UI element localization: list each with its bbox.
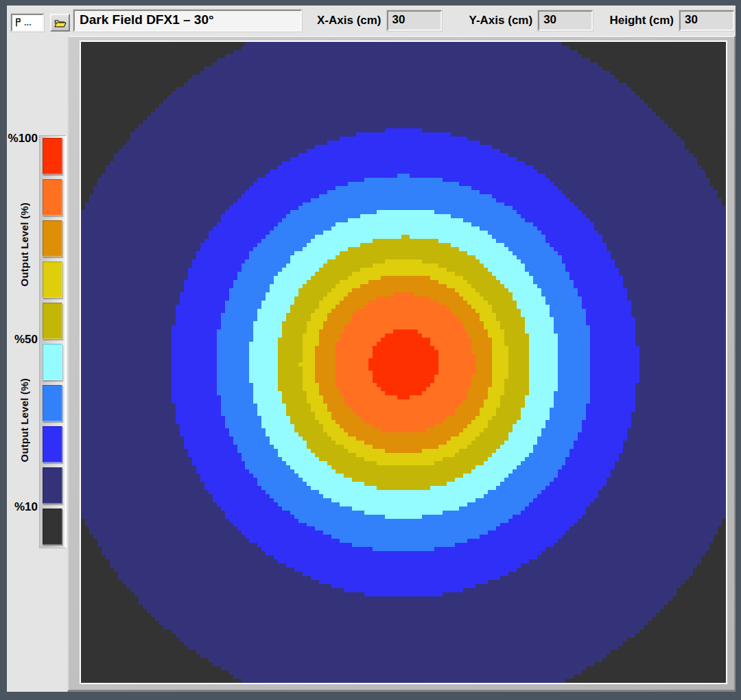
intensity-plot [80,40,727,684]
path-dots: ... [24,19,32,26]
legend-swatch [43,385,62,421]
open-folder-icon [54,18,67,28]
scale-label-50: %50 [7,333,38,347]
x-axis-field-group: X-Axis (cm) [317,10,442,31]
legend-swatch [43,220,62,257]
output-level-axis-label-lower: Output Level (%) [19,378,30,462]
x-axis-label: X-Axis (cm) [317,10,381,31]
toolbar: ... X-Axis (cm) Y-Axis (cm) Height (cm) [7,5,736,36]
scale-label-10: %10 [7,500,38,514]
labview-front-panel-window: ... X-Axis (cm) Y-Axis (cm) Height (cm) [0,0,741,700]
y-axis-input[interactable] [538,10,593,31]
legend-color-scale [39,135,67,548]
legend-swatch [43,179,62,215]
legend-swatch [43,303,62,339]
legend-swatch [43,261,62,298]
y-axis-label: Y-Axis (cm) [469,10,533,31]
y-axis-field-group: Y-Axis (cm) [469,10,593,31]
output-level-legend: %100 %50 %10 Output Level (%) Output Lev… [7,36,67,692]
file-path-control[interactable]: ... [11,14,44,32]
scale-label-100: %100 [7,132,38,145]
legend-swatch [43,509,62,545]
legend-swatch [43,467,62,504]
output-level-axis-label-upper: Output Level (%) [19,202,30,286]
plot-panel [67,36,736,692]
intensity-plot-canvas [81,42,726,683]
height-field-group: Height (cm) [610,10,735,31]
panel-content: ... X-Axis (cm) Y-Axis (cm) Height (cm) [7,5,736,692]
browse-button[interactable] [50,14,70,32]
path-icon [14,18,23,27]
legend-swatch [43,426,62,463]
height-label: Height (cm) [610,10,674,31]
x-axis-input[interactable] [387,10,442,31]
plot-title-field[interactable] [73,10,302,32]
legend-swatch [43,138,62,174]
height-input[interactable] [679,10,734,31]
legend-swatch [43,344,62,380]
main-area: %100 %50 %10 Output Level (%) Output Lev… [7,36,736,692]
